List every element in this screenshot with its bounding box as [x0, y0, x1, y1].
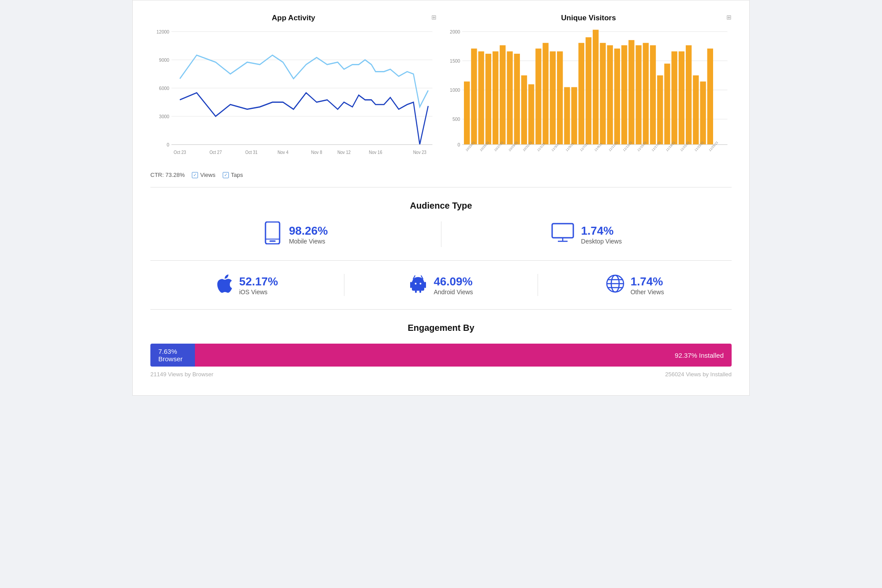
svg-rect-63	[707, 49, 713, 145]
globe-icon	[606, 274, 624, 296]
ios-platform: 52.17% iOS Views	[150, 274, 344, 296]
svg-rect-92	[419, 290, 421, 293]
svg-rect-58	[672, 51, 677, 144]
svg-text:0: 0	[458, 142, 460, 147]
charts-row: App Activity ⊞ 12000 9000 6000 3000 0	[150, 14, 732, 187]
svg-rect-35	[507, 51, 512, 144]
svg-text:12000: 12000	[157, 29, 169, 34]
svg-rect-29	[464, 82, 470, 145]
android-pct: 46.09%	[434, 275, 473, 288]
svg-text:3000: 3000	[159, 113, 169, 119]
installed-views-detail: 256024 Views by Installed	[665, 371, 732, 378]
engagement-installed-bar: 92.37% Installed	[195, 344, 732, 367]
android-info: 46.09% Android Views	[434, 275, 473, 296]
svg-point-95	[415, 283, 417, 285]
app-activity-expand-icon[interactable]: ⊞	[431, 14, 437, 21]
svg-rect-59	[679, 51, 684, 144]
svg-rect-61	[693, 75, 699, 145]
line-chart-svg: 12000 9000 6000 3000 0 Oct 23 Oct 27 Oct…	[150, 27, 437, 168]
views-legend: Views	[192, 172, 215, 178]
svg-rect-31	[478, 51, 484, 144]
svg-rect-44	[571, 87, 577, 145]
unique-visitors-expand-icon[interactable]: ⊞	[726, 14, 732, 21]
dashboard: App Activity ⊞ 12000 9000 6000 3000 0	[132, 0, 750, 396]
taps-checkbox[interactable]	[223, 172, 229, 178]
svg-text:1000: 1000	[450, 87, 460, 93]
other-platform: 1.74% Other Views	[538, 274, 732, 296]
ios-label: iOS Views	[239, 288, 278, 296]
views-checkbox[interactable]	[192, 172, 198, 178]
svg-rect-42	[557, 51, 563, 144]
mobile-icon	[263, 221, 282, 247]
svg-text:Nov 12: Nov 12	[337, 150, 351, 155]
svg-text:Oct 23: Oct 23	[174, 150, 186, 155]
engagement-browser-bar: 7.63% Browser	[150, 344, 195, 367]
svg-text:Oct 31: Oct 31	[245, 150, 258, 155]
svg-rect-40	[542, 43, 548, 144]
svg-rect-37	[521, 75, 527, 145]
svg-rect-49	[607, 45, 613, 145]
svg-rect-90	[424, 282, 426, 288]
taps-label: Taps	[231, 172, 243, 178]
other-pct: 1.74%	[631, 275, 664, 288]
ios-pct: 52.17%	[239, 275, 278, 288]
svg-rect-32	[486, 54, 491, 145]
svg-text:0: 0	[167, 142, 169, 147]
svg-rect-84	[269, 240, 276, 242]
svg-rect-60	[686, 45, 691, 145]
android-icon	[409, 274, 427, 296]
bar-chart-area: 2000 1500 1000 500 0	[445, 27, 732, 168]
android-platform: 46.09% Android Views	[344, 274, 538, 296]
svg-text:Oct 27: Oct 27	[209, 150, 222, 155]
svg-rect-62	[700, 82, 706, 145]
bar-chart-svg: 2000 1500 1000 500 0	[445, 27, 732, 168]
svg-rect-33	[493, 51, 498, 144]
other-info: 1.74% Other Views	[631, 275, 664, 296]
apple-icon	[216, 274, 233, 296]
svg-rect-52	[628, 40, 634, 145]
svg-rect-47	[593, 30, 598, 144]
svg-rect-56	[657, 75, 663, 145]
ios-info: 52.17% iOS Views	[239, 275, 278, 296]
ctr-value: CTR: 73.28%	[150, 172, 185, 178]
svg-rect-50	[614, 49, 620, 145]
desktop-info: 1.74% Desktop Views	[581, 224, 622, 245]
svg-rect-86	[552, 224, 573, 238]
svg-rect-41	[550, 51, 556, 144]
desktop-audience: 1.74% Desktop Views	[441, 221, 732, 247]
platform-row: 52.17% iOS Views	[150, 274, 732, 310]
svg-text:1500: 1500	[450, 58, 460, 64]
desktop-icon	[551, 223, 574, 246]
svg-text:9000: 9000	[159, 57, 169, 63]
svg-rect-43	[564, 87, 570, 145]
svg-text:500: 500	[452, 116, 460, 122]
svg-rect-46	[586, 37, 591, 144]
views-label: Views	[200, 172, 215, 178]
audience-type-row: 98.26% Mobile Views 1.74% Desktop Views	[150, 221, 732, 261]
svg-rect-39	[535, 49, 541, 145]
unique-visitors-chart: Unique Visitors ⊞ 2000 1500 1000 500 0	[445, 14, 732, 178]
other-label: Other Views	[631, 288, 664, 296]
svg-text:6000: 6000	[159, 85, 169, 91]
svg-rect-38	[528, 84, 534, 145]
desktop-label: Desktop Views	[581, 238, 622, 245]
engagement-bar: 7.63% Browser 92.37% Installed	[150, 344, 732, 367]
mobile-pct: 98.26%	[289, 224, 328, 238]
android-label: Android Views	[434, 288, 473, 296]
taps-legend: Taps	[223, 172, 243, 178]
svg-rect-91	[415, 290, 417, 293]
svg-rect-48	[600, 43, 605, 144]
engagement-details: 21149 Views by Browser 256024 Views by I…	[150, 371, 732, 378]
chart-legend: CTR: 73.28% Views Taps	[150, 172, 437, 178]
engagement-section: Engagement By 7.63% Browser 92.37% Insta…	[150, 323, 732, 378]
svg-text:Nov 16: Nov 16	[369, 150, 383, 155]
svg-text:Nov 8: Nov 8	[311, 150, 322, 155]
svg-text:Nov 4: Nov 4	[277, 150, 288, 155]
mobile-info: 98.26% Mobile Views	[289, 224, 328, 245]
audience-type-title: Audience Type	[150, 201, 732, 211]
engagement-installed-label: 92.37% Installed	[675, 352, 724, 359]
svg-rect-30	[471, 49, 477, 145]
svg-rect-54	[643, 43, 649, 144]
engagement-title: Engagement By	[150, 323, 732, 333]
svg-point-96	[420, 283, 422, 285]
